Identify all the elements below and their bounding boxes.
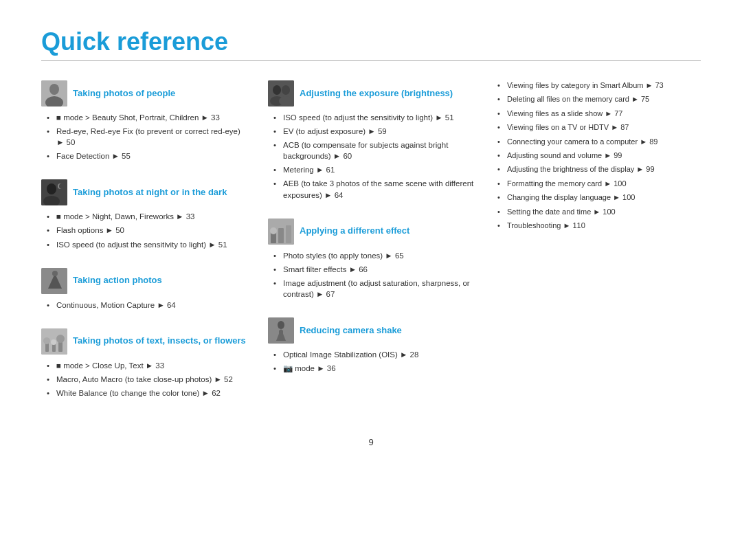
list-item: ■ mode > Close Up, Text ► 33 bbox=[47, 360, 247, 371]
svg-point-22 bbox=[279, 96, 293, 106]
section-header-text: Taking photos of text, insects, or flowe… bbox=[41, 328, 247, 355]
middle-column: Adjusting the exposure (brightness) ISO … bbox=[268, 80, 474, 416]
section-taking-photos-text: Taking photos of text, insects, or flowe… bbox=[41, 328, 247, 401]
list-item: ■ mode > Night, Dawn, Fireworks ► 33 bbox=[47, 211, 247, 222]
list-item: ■ mode > Beauty Shot, Portrait, Children… bbox=[47, 112, 247, 123]
svg-rect-26 bbox=[286, 225, 291, 243]
section-list-people: ■ mode > Beauty Shot, Portrait, Children… bbox=[41, 112, 247, 161]
section-title-action: Taking action photos bbox=[73, 275, 162, 287]
section-header-effect: Applying a different effect bbox=[268, 219, 474, 245]
section-title-night: Taking photos at night or in the dark bbox=[73, 187, 227, 199]
section-title-shake: Reducing camera shake bbox=[300, 325, 402, 337]
svg-point-7 bbox=[59, 183, 65, 189]
list-item: Smart filter effects ► 66 bbox=[273, 264, 474, 275]
icon-mode: ■ bbox=[56, 113, 61, 122]
list-item: ISO speed (to adjust the sensitivity to … bbox=[47, 239, 247, 250]
camera-icon-small: 📷 bbox=[283, 364, 293, 372]
list-item: EV (to adjust exposure) ► 59 bbox=[273, 126, 474, 137]
svg-point-19 bbox=[273, 85, 281, 95]
left-column: Taking photos of people ■ mode > Beauty … bbox=[41, 80, 247, 416]
effect-icon bbox=[268, 219, 294, 245]
svg-rect-31 bbox=[279, 330, 283, 341]
list-item: AEB (to take 3 photos of the same scene … bbox=[273, 178, 474, 200]
icon-mode: ■ bbox=[56, 361, 61, 370]
svg-point-13 bbox=[43, 337, 50, 344]
list-item: Metering ► 61 bbox=[273, 164, 474, 175]
section-title-exposure: Adjusting the exposure (brightness) bbox=[300, 88, 453, 100]
list-item: Face Detection ► 55 bbox=[47, 150, 247, 161]
svg-point-21 bbox=[282, 85, 290, 95]
svg-point-4 bbox=[47, 183, 56, 194]
shake-icon bbox=[268, 317, 294, 344]
right-column-list: Viewing files by category in Smart Album… bbox=[495, 80, 701, 234]
icon-mode: ■ bbox=[56, 212, 61, 221]
section-adjusting-exposure: Adjusting the exposure (brightness) ISO … bbox=[268, 80, 474, 203]
section-list-shake: Optical Image Stabilization (OIS) ► 28 📷… bbox=[268, 349, 474, 374]
list-item: Macro, Auto Macro (to take close-up phot… bbox=[47, 374, 247, 385]
people-icon bbox=[41, 80, 67, 107]
section-list-effect: Photo styles (to apply tones) ► 65 Smart… bbox=[268, 250, 474, 300]
list-item: Changing the display language ► 100 bbox=[497, 192, 701, 203]
list-item: Formatting the memory card ► 100 bbox=[497, 179, 701, 189]
page-number: 9 bbox=[41, 437, 701, 447]
section-reducing-shake: Reducing camera shake Optical Image Stab… bbox=[268, 317, 474, 377]
list-item: Viewing files by category in Smart Album… bbox=[497, 80, 701, 91]
section-title-effect: Applying a different effect bbox=[300, 225, 409, 237]
section-taking-photos-people: Taking photos of people ■ mode > Beauty … bbox=[41, 80, 247, 164]
night-icon bbox=[41, 179, 67, 205]
list-item: Flash options ► 50 bbox=[47, 225, 247, 236]
section-list-text: ■ mode > Close Up, Text ► 33 Macro, Auto… bbox=[41, 360, 247, 399]
list-item: Troubleshooting ► 110 bbox=[497, 221, 701, 231]
section-title-people: Taking photos of people bbox=[73, 88, 175, 100]
list-item: Continuous, Motion Capture ► 64 bbox=[47, 300, 247, 311]
svg-point-17 bbox=[56, 335, 65, 343]
main-content: Taking photos of people ■ mode > Beauty … bbox=[41, 80, 701, 416]
section-header-action: Taking action photos bbox=[41, 268, 247, 294]
section-header-people: Taking photos of people bbox=[41, 80, 247, 107]
list-item: Adjusting sound and volume ► 99 bbox=[497, 150, 701, 161]
section-title-text: Taking photos of text, insects, or flowe… bbox=[73, 335, 246, 347]
section-header-shake: Reducing camera shake bbox=[268, 317, 474, 344]
list-item: Photo styles (to apply tones) ► 65 bbox=[273, 250, 474, 261]
list-item: White Balance (to change the color tone)… bbox=[47, 388, 247, 399]
right-column: Viewing files by category in Smart Album… bbox=[495, 80, 701, 416]
section-taking-action-photos: Taking action photos Continuous, Motion … bbox=[41, 268, 247, 313]
section-taking-photos-night: Taking photos at night or in the dark ■ … bbox=[41, 179, 247, 252]
section-header-night: Taking photos at night or in the dark bbox=[41, 179, 247, 205]
section-applying-effect: Applying a different effect Photo styles… bbox=[268, 219, 474, 302]
svg-point-29 bbox=[278, 321, 284, 329]
section-header-exposure: Adjusting the exposure (brightness) bbox=[268, 80, 474, 107]
list-item: Viewing files on a TV or HDTV ► 87 bbox=[497, 122, 701, 133]
exposure-icon bbox=[268, 80, 294, 107]
list-item: Viewing files as a slide show ► 77 bbox=[497, 109, 701, 119]
title-divider bbox=[41, 60, 701, 61]
list-item: Image adjustment (to adjust saturation, … bbox=[273, 278, 474, 300]
section-list-action: Continuous, Motion Capture ► 64 bbox=[41, 300, 247, 311]
svg-point-10 bbox=[52, 271, 58, 276]
list-item: 📷 mode ► 36 bbox=[273, 363, 474, 374]
section-list-exposure: ISO speed (to adjust the sensitivity to … bbox=[268, 112, 474, 201]
svg-point-15 bbox=[51, 339, 56, 345]
action-icon bbox=[41, 268, 67, 294]
list-item: ISO speed (to adjust the sensitivity to … bbox=[273, 112, 474, 123]
svg-point-27 bbox=[270, 227, 277, 234]
svg-rect-25 bbox=[278, 228, 284, 243]
list-item: Deleting all files on the memory card ► … bbox=[497, 94, 701, 104]
list-item: ACB (to compensate for subjects against … bbox=[273, 139, 474, 161]
list-item: Setting the date and time ► 100 bbox=[497, 207, 701, 217]
list-item: Red-eye, Red-eye Fix (to prevent or corr… bbox=[47, 126, 247, 148]
list-item: Adjusting the brightness of the display … bbox=[497, 164, 701, 175]
list-item: Optical Image Stabilization (OIS) ► 28 bbox=[273, 349, 474, 360]
list-item: Connecting your camera to a computer ► 8… bbox=[497, 137, 701, 147]
text-flowers-icon bbox=[41, 328, 67, 355]
page-title: Quick reference bbox=[41, 27, 701, 56]
section-list-night: ■ mode > Night, Dawn, Fireworks ► 33 Fla… bbox=[41, 211, 247, 249]
svg-point-1 bbox=[49, 84, 59, 95]
